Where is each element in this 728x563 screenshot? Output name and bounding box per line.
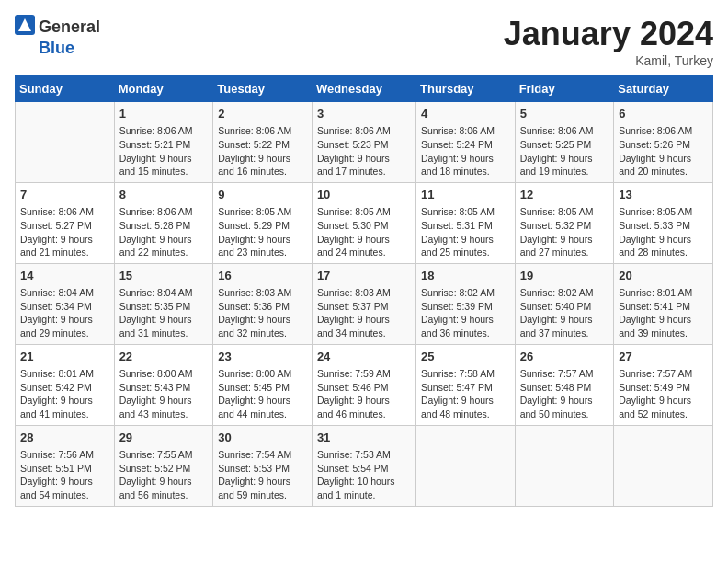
day-number: 1 xyxy=(119,106,209,122)
day-info: Sunrise: 7:53 AMSunset: 5:54 PMDaylight:… xyxy=(317,448,411,502)
calendar-cell: 5Sunrise: 8:06 AMSunset: 5:25 PMDaylight… xyxy=(515,102,614,183)
day-number: 8 xyxy=(119,187,209,203)
calendar-location: Kamil, Turkey xyxy=(504,53,713,68)
day-info: Sunrise: 8:02 AMSunset: 5:40 PMDaylight:… xyxy=(520,286,609,340)
day-info: Sunrise: 8:06 AMSunset: 5:25 PMDaylight:… xyxy=(520,124,609,178)
calendar-cell: 28Sunrise: 7:56 AMSunset: 5:51 PMDayligh… xyxy=(16,425,115,506)
day-number: 17 xyxy=(317,268,411,284)
calendar-cell: 21Sunrise: 8:01 AMSunset: 5:42 PMDayligh… xyxy=(16,344,115,425)
calendar-cell: 6Sunrise: 8:06 AMSunset: 5:26 PMDaylight… xyxy=(614,102,713,183)
calendar-cell: 25Sunrise: 7:58 AMSunset: 5:47 PMDayligh… xyxy=(416,344,516,425)
day-number: 9 xyxy=(218,187,307,203)
day-number: 19 xyxy=(520,268,609,284)
calendar-title: January 2024 xyxy=(504,15,713,53)
day-number: 20 xyxy=(619,268,708,284)
calendar-cell: 24Sunrise: 7:59 AMSunset: 5:46 PMDayligh… xyxy=(312,344,415,425)
calendar-cell: 22Sunrise: 8:00 AMSunset: 5:43 PMDayligh… xyxy=(114,344,213,425)
day-info: Sunrise: 7:54 AMSunset: 5:53 PMDaylight:… xyxy=(218,448,307,502)
day-number: 28 xyxy=(20,430,109,446)
day-info: Sunrise: 8:00 AMSunset: 5:45 PMDaylight:… xyxy=(218,367,307,421)
day-header-tuesday: Tuesday xyxy=(213,76,313,102)
day-number: 21 xyxy=(20,349,109,365)
calendar-cell: 30Sunrise: 7:54 AMSunset: 5:53 PMDayligh… xyxy=(213,425,313,506)
day-number: 30 xyxy=(218,430,307,446)
calendar-cell: 15Sunrise: 8:04 AMSunset: 5:35 PMDayligh… xyxy=(114,263,213,344)
day-info: Sunrise: 8:05 AMSunset: 5:31 PMDaylight:… xyxy=(421,205,510,259)
calendar-cell: 13Sunrise: 8:05 AMSunset: 5:33 PMDayligh… xyxy=(614,182,713,263)
calendar-cell: 3Sunrise: 8:06 AMSunset: 5:23 PMDaylight… xyxy=(312,102,415,183)
calendar-cell: 2Sunrise: 8:06 AMSunset: 5:22 PMDaylight… xyxy=(213,102,313,183)
day-info: Sunrise: 8:06 AMSunset: 5:27 PMDaylight:… xyxy=(20,205,109,259)
day-info: Sunrise: 8:06 AMSunset: 5:21 PMDaylight:… xyxy=(119,124,209,178)
calendar-cell: 12Sunrise: 8:05 AMSunset: 5:32 PMDayligh… xyxy=(515,182,614,263)
day-number: 2 xyxy=(218,106,307,122)
day-info: Sunrise: 7:57 AMSunset: 5:48 PMDaylight:… xyxy=(520,367,609,421)
calendar-cell: 14Sunrise: 8:04 AMSunset: 5:34 PMDayligh… xyxy=(16,263,115,344)
calendar-cell xyxy=(614,425,713,506)
day-number: 5 xyxy=(520,106,609,122)
day-info: Sunrise: 8:05 AMSunset: 5:33 PMDaylight:… xyxy=(619,205,708,259)
calendar-cell: 4Sunrise: 8:06 AMSunset: 5:24 PMDaylight… xyxy=(416,102,516,183)
calendar-cell: 31Sunrise: 7:53 AMSunset: 5:54 PMDayligh… xyxy=(312,425,415,506)
calendar-cell: 1Sunrise: 8:06 AMSunset: 5:21 PMDaylight… xyxy=(114,102,213,183)
week-row-3: 14Sunrise: 8:04 AMSunset: 5:34 PMDayligh… xyxy=(16,263,713,344)
calendar-cell: 16Sunrise: 8:03 AMSunset: 5:36 PMDayligh… xyxy=(213,263,313,344)
calendar-cell: 11Sunrise: 8:05 AMSunset: 5:31 PMDayligh… xyxy=(416,182,516,263)
week-row-1: 1Sunrise: 8:06 AMSunset: 5:21 PMDaylight… xyxy=(16,102,713,183)
day-info: Sunrise: 8:01 AMSunset: 5:42 PMDaylight:… xyxy=(20,367,109,421)
day-number: 6 xyxy=(619,106,708,122)
day-header-friday: Friday xyxy=(515,76,614,102)
day-info: Sunrise: 7:59 AMSunset: 5:46 PMDaylight:… xyxy=(317,367,411,421)
day-info: Sunrise: 8:00 AMSunset: 5:43 PMDaylight:… xyxy=(119,367,209,421)
logo-icon xyxy=(15,15,35,39)
day-info: Sunrise: 8:04 AMSunset: 5:34 PMDaylight:… xyxy=(20,286,109,340)
day-number: 31 xyxy=(317,430,411,446)
day-number: 26 xyxy=(520,349,609,365)
calendar-cell: 23Sunrise: 8:00 AMSunset: 5:45 PMDayligh… xyxy=(213,344,313,425)
logo: General Blue xyxy=(15,15,100,58)
page-header: General Blue January 2024 Kamil, Turkey xyxy=(15,15,713,68)
day-number: 25 xyxy=(421,349,510,365)
day-info: Sunrise: 8:05 AMSunset: 5:30 PMDaylight:… xyxy=(317,205,411,259)
calendar-cell: 19Sunrise: 8:02 AMSunset: 5:40 PMDayligh… xyxy=(515,263,614,344)
calendar-cell xyxy=(515,425,614,506)
calendar-cell: 18Sunrise: 8:02 AMSunset: 5:39 PMDayligh… xyxy=(416,263,516,344)
day-header-sunday: Sunday xyxy=(16,76,115,102)
day-info: Sunrise: 8:02 AMSunset: 5:39 PMDaylight:… xyxy=(421,286,510,340)
calendar-cell: 27Sunrise: 7:57 AMSunset: 5:49 PMDayligh… xyxy=(614,344,713,425)
day-number: 11 xyxy=(421,187,510,203)
day-number: 13 xyxy=(619,187,708,203)
day-number: 18 xyxy=(421,268,510,284)
week-row-2: 7Sunrise: 8:06 AMSunset: 5:27 PMDaylight… xyxy=(16,182,713,263)
calendar-cell: 10Sunrise: 8:05 AMSunset: 5:30 PMDayligh… xyxy=(312,182,415,263)
day-number: 7 xyxy=(20,187,109,203)
day-number: 22 xyxy=(119,349,209,365)
day-info: Sunrise: 7:57 AMSunset: 5:49 PMDaylight:… xyxy=(619,367,708,421)
title-block: January 2024 Kamil, Turkey xyxy=(504,15,713,68)
day-number: 4 xyxy=(421,106,510,122)
week-row-5: 28Sunrise: 7:56 AMSunset: 5:51 PMDayligh… xyxy=(16,425,713,506)
calendar-cell xyxy=(416,425,516,506)
day-info: Sunrise: 8:06 AMSunset: 5:23 PMDaylight:… xyxy=(317,124,411,178)
day-number: 12 xyxy=(520,187,609,203)
day-header-thursday: Thursday xyxy=(416,76,516,102)
calendar-cell: 8Sunrise: 8:06 AMSunset: 5:28 PMDaylight… xyxy=(114,182,213,263)
day-info: Sunrise: 8:04 AMSunset: 5:35 PMDaylight:… xyxy=(119,286,209,340)
day-number: 27 xyxy=(619,349,708,365)
day-header-monday: Monday xyxy=(114,76,213,102)
day-info: Sunrise: 8:01 AMSunset: 5:41 PMDaylight:… xyxy=(619,286,708,340)
calendar-cell: 17Sunrise: 8:03 AMSunset: 5:37 PMDayligh… xyxy=(312,263,415,344)
day-number: 3 xyxy=(317,106,411,122)
week-row-4: 21Sunrise: 8:01 AMSunset: 5:42 PMDayligh… xyxy=(16,344,713,425)
day-info: Sunrise: 8:05 AMSunset: 5:32 PMDaylight:… xyxy=(520,205,609,259)
day-number: 23 xyxy=(218,349,307,365)
day-info: Sunrise: 8:06 AMSunset: 5:26 PMDaylight:… xyxy=(619,124,708,178)
day-info: Sunrise: 7:56 AMSunset: 5:51 PMDaylight:… xyxy=(20,448,109,502)
logo-general: General xyxy=(39,17,100,37)
day-number: 16 xyxy=(218,268,307,284)
calendar-table: SundayMondayTuesdayWednesdayThursdayFrid… xyxy=(15,75,713,507)
day-number: 10 xyxy=(317,187,411,203)
day-info: Sunrise: 8:06 AMSunset: 5:22 PMDaylight:… xyxy=(218,124,307,178)
day-number: 15 xyxy=(119,268,209,284)
calendar-cell: 29Sunrise: 7:55 AMSunset: 5:52 PMDayligh… xyxy=(114,425,213,506)
